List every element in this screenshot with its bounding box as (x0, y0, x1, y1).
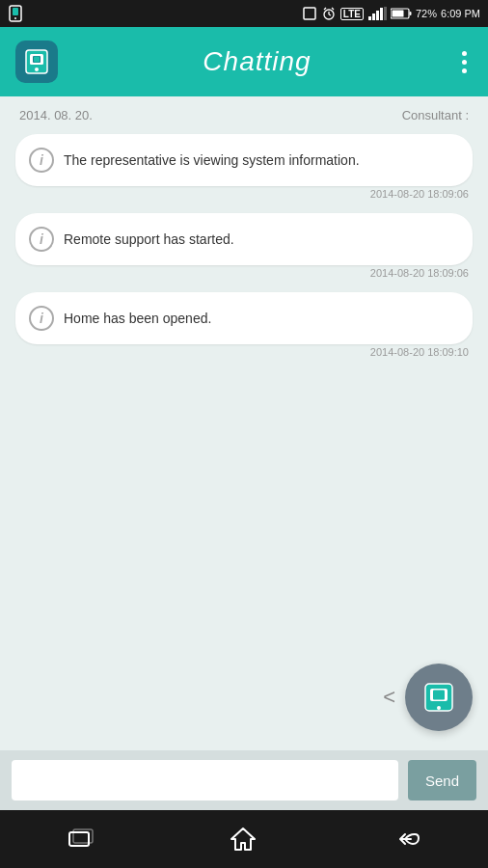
svg-point-19 (35, 68, 39, 71)
svg-line-7 (324, 8, 326, 10)
info-icon-2: i (29, 227, 54, 252)
message-group-3: i Home has been opened. 2014-08-20 18:09… (15, 292, 473, 366)
svg-rect-1 (13, 8, 18, 15)
bottom-nav-bar (0, 810, 488, 868)
message-bubble-3: i Home has been opened. (15, 292, 473, 344)
svg-rect-13 (384, 7, 387, 20)
svg-rect-26 (69, 832, 89, 846)
message-bubble-2: i Remote support has started. (15, 213, 473, 265)
back-button[interactable] (392, 828, 420, 850)
message-bubble-1: i The representative is viewing system i… (15, 134, 473, 186)
chat-area: 2014. 08. 20. Consultant : i The represe… (0, 96, 488, 750)
message-text-1: The representative is viewing system inf… (64, 151, 360, 169)
svg-rect-10 (372, 14, 375, 20)
svg-line-8 (332, 8, 334, 10)
status-bar: LTE 72% 6:09 PM (0, 0, 488, 27)
chat-input[interactable] (12, 760, 398, 800)
svg-point-24 (437, 706, 441, 710)
lte-badge: LTE (340, 8, 364, 20)
svg-rect-15 (410, 12, 412, 15)
battery-icon (391, 8, 412, 19)
float-action-area: < (383, 664, 473, 731)
info-icon-1: i (29, 148, 54, 173)
signal-icon (367, 7, 387, 20)
menu-dot-2 (462, 60, 467, 65)
message-text-2: Remote support has started. (64, 231, 234, 248)
chat-header: 2014. 08. 20. Consultant : (15, 108, 473, 122)
message-timestamp-2: 2014-08-20 18:09:06 (15, 267, 473, 279)
page-title: Chatting (203, 46, 311, 77)
alarm-icon (321, 6, 337, 21)
recent-apps-icon (68, 828, 95, 850)
home-icon (230, 827, 257, 852)
svg-rect-9 (368, 16, 371, 20)
message-timestamp-1: 2014-08-20 18:09:06 (15, 188, 473, 200)
battery-percent: 72% (416, 8, 437, 19)
status-left (8, 5, 23, 22)
chat-consultant: Consultant : (402, 108, 469, 122)
status-right: LTE 72% 6:09 PM (302, 6, 480, 21)
message-timestamp-3: 2014-08-20 18:09:10 (15, 346, 473, 358)
phone-app-icon (8, 5, 23, 22)
app-logo (15, 41, 58, 83)
chevron-left-icon[interactable]: < (383, 685, 395, 710)
svg-line-6 (329, 14, 331, 15)
message-group-1: i The representative is viewing system i… (15, 134, 473, 207)
message-group-2: i Remote support has started. 2014-08-20… (15, 213, 473, 286)
recent-apps-button[interactable] (68, 828, 95, 850)
app-logo-icon (23, 48, 50, 75)
svg-marker-28 (231, 828, 255, 850)
menu-button[interactable] (456, 45, 473, 79)
float-action-button[interactable] (405, 664, 473, 731)
svg-rect-16 (393, 11, 404, 17)
sim-icon (302, 6, 317, 21)
svg-rect-25 (433, 691, 445, 700)
svg-point-2 (14, 17, 16, 19)
svg-rect-11 (376, 11, 379, 20)
home-button[interactable] (230, 827, 257, 852)
svg-rect-12 (380, 8, 383, 20)
status-time: 6:09 PM (441, 8, 480, 19)
svg-rect-3 (304, 8, 315, 19)
info-icon-3: i (29, 306, 54, 331)
menu-dot-1 (462, 51, 467, 56)
menu-dot-3 (462, 68, 467, 73)
chat-date: 2014. 08. 20. (19, 108, 93, 122)
remote-support-icon (420, 679, 457, 716)
svg-rect-21 (34, 57, 40, 63)
input-row: Send (0, 750, 488, 810)
message-text-3: Home has been opened. (64, 310, 211, 327)
back-icon (392, 828, 420, 850)
nav-bar: Chatting (0, 27, 488, 96)
send-button[interactable]: Send (408, 760, 476, 800)
